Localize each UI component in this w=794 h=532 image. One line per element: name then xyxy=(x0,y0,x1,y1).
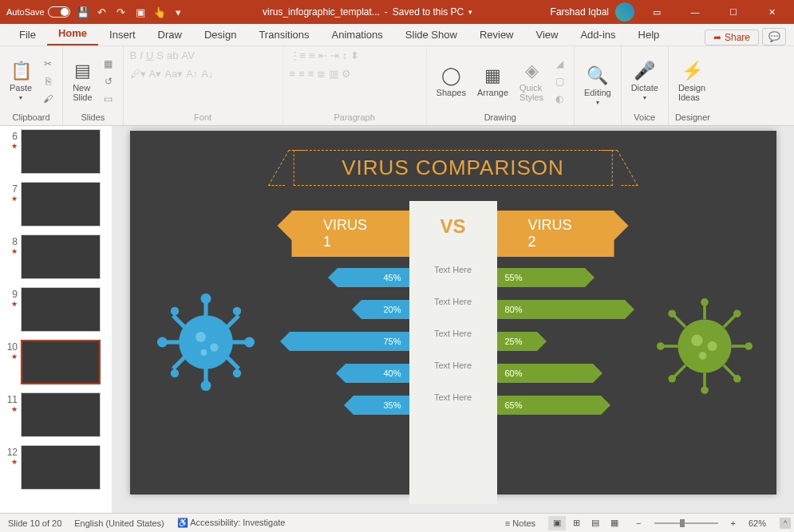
svg-point-36 xyxy=(733,375,741,383)
tab-review[interactable]: Review xyxy=(468,24,525,45)
shape-effects-icon[interactable]: ◐ xyxy=(551,92,567,106)
bar-right-4[interactable]: 65% xyxy=(497,396,601,415)
copy-icon[interactable]: ⎘ xyxy=(40,74,56,89)
touch-icon[interactable]: 👆 xyxy=(153,6,166,18)
group-label-voice: Voice xyxy=(628,112,662,124)
tab-file[interactable]: File xyxy=(8,24,47,45)
dictate-button[interactable]: 🎤Dictate▾ xyxy=(628,59,662,103)
virus-blue-icon[interactable] xyxy=(154,290,258,394)
notes-button[interactable]: ≡ Notes xyxy=(505,518,535,528)
tab-slideshow[interactable]: Slide Show xyxy=(394,24,468,45)
design-ideas-button[interactable]: ⚡Design Ideas xyxy=(675,59,709,104)
avatar[interactable] xyxy=(615,2,634,22)
normal-view-icon[interactable]: ▣ xyxy=(548,516,566,530)
thumb-12[interactable]: 12★ xyxy=(3,445,109,490)
editing-button[interactable]: 🔍Editing▾ xyxy=(581,64,614,108)
svg-point-19 xyxy=(200,349,207,356)
new-slide-button[interactable]: ▤New Slide xyxy=(69,59,95,104)
tab-design[interactable]: Design xyxy=(193,24,247,45)
slideshow-view-icon[interactable]: ▦ xyxy=(606,516,623,530)
section-icon[interactable]: ▭ xyxy=(101,92,117,106)
bar-left-1[interactable]: 20% xyxy=(361,300,409,319)
tab-insert[interactable]: Insert xyxy=(98,24,147,45)
minimize-icon[interactable]: — xyxy=(679,1,711,23)
ribbon-tabs: File Home Insert Draw Design Transitions… xyxy=(0,24,794,46)
reset-icon[interactable]: ↺ xyxy=(101,74,117,89)
accessibility-status[interactable]: ♿ Accessibility: Investigate xyxy=(177,518,286,528)
group-font: BIUSabAV 🖊▾A▾Aa▾A↑A↓ Font xyxy=(124,46,283,125)
bar-right-3[interactable]: 60% xyxy=(497,364,593,383)
share-button[interactable]: ➦Share xyxy=(705,30,759,45)
zoom-slider[interactable] xyxy=(654,522,718,524)
zoom-in-icon[interactable]: + xyxy=(731,518,736,528)
sorter-view-icon[interactable]: ⊞ xyxy=(567,516,585,530)
ribbon-display-icon[interactable]: ▭ xyxy=(641,1,673,23)
language-status[interactable]: English (United States) xyxy=(74,518,164,528)
svg-point-9 xyxy=(170,307,178,315)
svg-rect-12 xyxy=(225,314,239,329)
toggle-off-icon[interactable] xyxy=(48,6,70,18)
svg-point-18 xyxy=(210,343,218,351)
cut-icon[interactable]: ✂ xyxy=(40,57,56,71)
format-painter-icon[interactable]: 🖌 xyxy=(40,92,56,106)
ribbon: 📋Paste▾ ✂ ⎘ 🖌 Clipboard ▤New Slide ▦ ↺ ▭… xyxy=(0,46,794,126)
close-icon[interactable]: ✕ xyxy=(756,1,788,23)
thumb-11[interactable]: 11★ xyxy=(3,392,109,437)
tab-addins[interactable]: Add-ins xyxy=(569,24,626,45)
tab-draw[interactable]: Draw xyxy=(147,24,193,45)
tab-view[interactable]: View xyxy=(525,24,570,45)
layout-icon[interactable]: ▦ xyxy=(101,57,117,71)
undo-icon[interactable]: ↶ xyxy=(96,6,109,18)
bar-right-2[interactable]: 25% xyxy=(497,332,537,351)
thumb-8[interactable]: 8★ xyxy=(3,234,109,279)
thumb-6[interactable]: 6★ xyxy=(3,129,109,174)
redo-icon[interactable]: ↷ xyxy=(115,6,128,18)
present-icon[interactable]: ▣ xyxy=(134,6,147,18)
reading-view-icon[interactable]: ▤ xyxy=(587,516,604,530)
tab-home[interactable]: Home xyxy=(47,22,98,45)
svg-point-17 xyxy=(196,332,206,342)
slide-title: VIRUS COMPARISON xyxy=(342,156,563,180)
center-column[interactable]: VS Text Here Text Here Text Here Text He… xyxy=(409,201,497,504)
tab-animations[interactable]: Animations xyxy=(321,24,394,45)
thumb-10[interactable]: 10★ xyxy=(3,340,109,384)
paste-button[interactable]: 📋Paste▾ xyxy=(6,59,35,103)
bar-left-4[interactable]: 35% xyxy=(354,396,409,415)
tab-transitions[interactable]: Transitions xyxy=(247,24,320,45)
virus2-header[interactable]: VIRUS 2 xyxy=(496,211,614,257)
bar-right-1[interactable]: 80% xyxy=(497,300,625,319)
shape-outline-icon[interactable]: ▢ xyxy=(551,74,567,89)
svg-point-11 xyxy=(232,307,240,315)
slide-counter[interactable]: Slide 10 of 20 xyxy=(8,518,61,528)
main-area: 6★ 7★ 8★ 9★ 10★ 11★ 12★ VIRUS COMPARI xyxy=(0,126,794,513)
quick-styles-button[interactable]: ◈Quick Styles xyxy=(516,59,547,104)
virus1-header[interactable]: VIRUS 1 xyxy=(291,211,410,257)
maximize-icon[interactable]: ☐ xyxy=(717,1,749,23)
svg-point-34 xyxy=(733,309,741,317)
autosave-toggle[interactable]: AutoSave xyxy=(6,6,70,18)
group-paragraph: ⋮≡≡⇤⇥↕⬍ ≡≡≡≣▥⚙ Paragraph xyxy=(283,46,427,125)
qat-more-icon[interactable]: ▾ xyxy=(172,6,185,18)
arrange-button[interactable]: ▦Arrange xyxy=(474,64,512,99)
save-icon[interactable]: 💾 xyxy=(77,6,89,18)
tab-help[interactable]: Help xyxy=(627,24,671,45)
text-here-4: Text Here xyxy=(434,361,472,370)
group-label-designer: Designer xyxy=(675,112,710,124)
shapes-button[interactable]: ◯Shapes xyxy=(433,64,469,99)
zoom-level[interactable]: 62% xyxy=(749,518,766,528)
slide-title-box[interactable]: VIRUS COMPARISON xyxy=(293,150,612,186)
thumb-7[interactable]: 7★ xyxy=(3,182,109,227)
comments-button[interactable]: 💬 xyxy=(762,28,786,45)
svg-rect-16 xyxy=(225,356,239,370)
bar-left-0[interactable]: 45% xyxy=(338,268,409,287)
bar-right-0[interactable]: 55% xyxy=(497,268,585,287)
zoom-out-icon[interactable]: − xyxy=(636,518,641,528)
username[interactable]: Farshad Iqbal xyxy=(551,6,609,18)
bar-left-2[interactable]: 75% xyxy=(290,332,409,351)
bar-left-3[interactable]: 40% xyxy=(346,364,409,383)
thumb-9[interactable]: 9★ xyxy=(3,287,109,332)
collapse-ribbon-icon[interactable]: ^ xyxy=(780,518,791,529)
shape-fill-icon[interactable]: ◢ xyxy=(551,57,567,71)
virus-green-icon[interactable] xyxy=(657,298,753,394)
slide-canvas[interactable]: VIRUS COMPARISON VIRUS 1 VIRUS 2 VS Text… xyxy=(130,131,776,495)
